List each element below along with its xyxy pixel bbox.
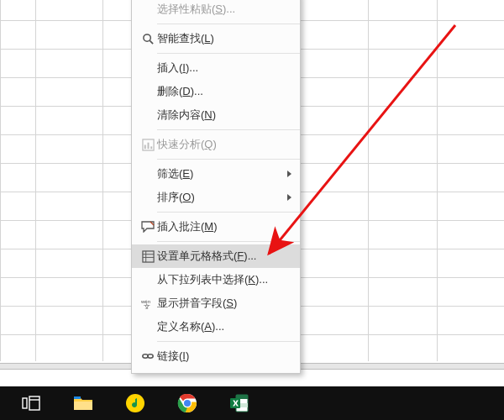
menu-item-define-name[interactable]: 定义名称(A)... — [132, 315, 300, 339]
menu-separator — [157, 241, 300, 242]
svg-rect-15 — [23, 398, 27, 408]
chrome-icon[interactable] — [176, 392, 198, 414]
menu-item-label: 定义名称(A)... — [157, 319, 291, 334]
comment-icon — [139, 221, 157, 233]
menu-item-format-cells[interactable]: 设置单元格格式(F)... — [132, 244, 300, 268]
menu-separator — [157, 159, 300, 160]
svg-rect-3 — [144, 144, 145, 149]
svg-rect-19 — [74, 396, 81, 399]
svg-rect-5 — [150, 146, 152, 149]
menu-separator — [157, 129, 300, 130]
menu-item-pick-from-list[interactable]: 从下拉列表中选择(K)... — [132, 268, 300, 291]
menu-item-quick-analysis: 快速分析(Q) — [132, 133, 300, 156]
menu-separator — [157, 341, 300, 342]
format-icon — [139, 250, 157, 263]
menu-item-label: 显示拼音字段(S) — [157, 296, 291, 311]
menu-item-link[interactable]: 链接(I) — [132, 344, 300, 368]
menu-item-sort[interactable]: 排序(O) — [132, 186, 300, 209]
menu-item-insert[interactable]: 插入(I)... — [132, 56, 300, 80]
svg-line-1 — [150, 40, 153, 44]
menu-separator — [157, 212, 300, 213]
svg-rect-4 — [147, 142, 149, 149]
menu-item-label: 链接(I) — [157, 349, 291, 364]
menu-item-label: 插入批注(M) — [157, 219, 291, 234]
menu-item-insert-comment[interactable]: 插入批注(M) — [132, 215, 300, 239]
submenu-arrow-icon — [287, 194, 291, 201]
svg-point-23 — [184, 400, 191, 407]
menu-item-label: 删除(D)... — [157, 84, 291, 99]
svg-point-0 — [143, 34, 150, 40]
menu-item-label: 从下拉列表中选择(K)... — [157, 272, 291, 287]
menu-item-delete[interactable]: 删除(D)... — [132, 80, 300, 103]
svg-rect-6 — [142, 250, 153, 261]
menu-item-label: 快速分析(Q) — [157, 137, 291, 152]
menu-item-label: 筛选(E) — [157, 166, 284, 181]
task-view-icon[interactable] — [20, 392, 42, 414]
svg-rect-18 — [74, 402, 92, 410]
menu-item-label: 设置单元格格式(F)... — [157, 249, 291, 264]
pinyin-icon: wén文 — [139, 297, 157, 309]
svg-text:文: 文 — [144, 303, 150, 309]
menu-item-paste-special: 选择性粘贴(S)... — [132, 0, 300, 21]
menu-item-label: 选择性粘贴(S)... — [157, 2, 291, 17]
menu-separator — [157, 24, 300, 24]
menu-item-label: 清除内容(N) — [157, 108, 291, 123]
menu-item-smart-lookup[interactable]: 智能查找(L) — [132, 27, 300, 50]
submenu-arrow-icon — [287, 171, 291, 177]
menu-item-label: 排序(O) — [157, 190, 284, 205]
menu-item-filter[interactable]: 筛选(E) — [132, 162, 300, 186]
windows-taskbar[interactable] — [0, 386, 504, 420]
svg-rect-16 — [29, 396, 39, 410]
menu-item-show-pinyin[interactable]: wén文显示拼音字段(S) — [132, 291, 300, 315]
cell-context-menu: 选择性粘贴(S)...智能查找(L)插入(I)...删除(D)...清除内容(N… — [131, 0, 301, 374]
quick-icon — [139, 139, 157, 151]
menu-item-label: 插入(I)... — [157, 60, 291, 76]
search-icon — [139, 33, 157, 45]
excel-icon[interactable] — [228, 392, 250, 414]
file-explorer-icon[interactable] — [72, 392, 94, 414]
music-app-icon[interactable] — [124, 392, 146, 414]
link-icon — [139, 350, 157, 362]
menu-item-label: 智能查找(L) — [157, 31, 291, 46]
menu-item-clear-contents[interactable]: 清除内容(N) — [132, 103, 300, 127]
menu-separator — [157, 53, 300, 54]
